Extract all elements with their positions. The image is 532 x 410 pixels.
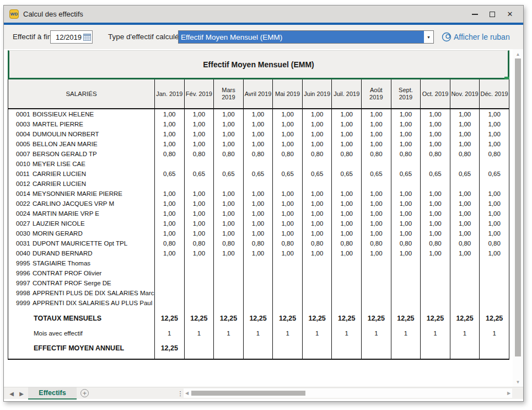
afficher-ruban-link[interactable]: Afficher le ruban — [441, 30, 510, 44]
value-cell: 1,00 — [273, 219, 303, 228]
table-row[interactable]: 9999APPRENTI DIX SALARIES AU PLUS Paul — [8, 298, 509, 308]
value-cell: 0,80 — [273, 149, 303, 159]
value-cell — [303, 268, 332, 278]
value-cell: 1,00 — [273, 129, 303, 139]
table-row[interactable]: 9998APPRENTI PLUS DE DIX SALARIES Marc — [8, 288, 509, 298]
value-cell: 1,00 — [244, 248, 273, 258]
value-cell — [391, 278, 421, 288]
employee-code: 9999 — [16, 300, 33, 306]
salaries-cell: EFFECTIF MOYEN ANNUEL — [8, 340, 155, 355]
salaries-cell: 0014MEYSONNIER MARIE PIERRE — [8, 189, 155, 199]
value-cell: 1,00 — [362, 228, 391, 238]
tab-scroll-left-icon[interactable]: ◀ — [7, 387, 16, 400]
value-cell: 1,00 — [391, 228, 421, 238]
table-row[interactable]: 9996CONTRAT PROF Olivier — [8, 268, 509, 278]
value-cell: 1,00 — [332, 139, 362, 149]
table-row[interactable]: 0004DUMOULIN NORBERT1,001,001,001,001,00… — [8, 129, 509, 139]
value-cell: 12,25 — [421, 311, 450, 326]
maximize-button[interactable] — [483, 6, 501, 23]
salaries-cell: 0010MEYER LISE CAE — [8, 159, 155, 169]
table-row[interactable]: 0011CARRIER LUCIEN0,650,650,650,650,650,… — [8, 169, 509, 179]
table-row[interactable]: 0014MEYSONNIER MARIE PIERRE1,001,001,001… — [8, 189, 509, 199]
value-cell: 0,80 — [303, 238, 332, 248]
value-cell: 1,00 — [185, 248, 214, 258]
employee-name: CONTRAT PROF Serge DE — [33, 280, 111, 286]
table-row[interactable]: 0010MEYER LISE CAE — [8, 159, 509, 169]
table-row[interactable]: 0003MARTEL PIERRE1,001,001,001,001,001,0… — [8, 119, 509, 129]
value-cell: 12,25 — [155, 311, 185, 326]
value-cell: 1,00 — [332, 119, 362, 129]
table-row[interactable]: 0001BOISSIEUX HELENE1,001,001,001,001,00… — [8, 109, 509, 119]
tab-effectifs[interactable]: Effectifs — [28, 387, 77, 400]
value-cell: 1,00 — [450, 199, 480, 209]
value-cell — [421, 258, 450, 268]
value-cell: 0,65 — [155, 169, 185, 179]
close-button[interactable]: ✕ — [501, 6, 519, 23]
value-cell: 1,00 — [362, 189, 391, 199]
employee-code: 0030 — [16, 230, 33, 237]
value-cell — [332, 159, 362, 169]
value-cell — [421, 298, 450, 308]
type-effectif-label: Type d'effectif calculé — [108, 33, 179, 41]
value-cell: 1,00 — [332, 219, 362, 228]
horizontal-scrollbar-thumb[interactable] — [191, 391, 305, 396]
calendar-icon[interactable] — [83, 33, 91, 41]
value-cell: 1,00 — [185, 209, 214, 219]
value-cell: 1,00 — [155, 228, 185, 238]
value-cell — [362, 288, 391, 298]
value-cell — [244, 179, 273, 189]
table-row[interactable]: 0012CARRIER LUCIEN — [8, 179, 509, 189]
table-row[interactable]: 0007BERSON GERALD TP0,800,800,800,800,80… — [8, 149, 509, 159]
scroll-left-icon[interactable]: ◀ — [184, 388, 190, 398]
value-cell — [155, 288, 185, 298]
effectif-date-input[interactable]: 12/2019 — [50, 30, 93, 44]
value-cell — [303, 179, 332, 189]
month-column-header: Mai 2019 — [273, 79, 303, 108]
value-cell: 0,65 — [391, 169, 421, 179]
employee-name: DUMOULIN NORBERT — [33, 131, 99, 137]
value-cell: 1 — [244, 326, 273, 340]
employee-name: BELLON JEAN MARIE — [33, 141, 98, 147]
table-row[interactable]: 0040DURAND BERNARD1,001,001,001,001,001,… — [8, 248, 509, 258]
employee-code: 0001 — [16, 111, 33, 118]
vertical-scrollbar-thumb[interactable] — [515, 58, 521, 356]
type-effectif-combobox[interactable]: Effectif Moyen Mensuel (EMM) ▼ — [178, 30, 434, 44]
value-cell: 1,00 — [421, 248, 450, 258]
scroll-up-icon[interactable]: ▲ — [513, 50, 523, 58]
table-row[interactable]: 0024MARTIN MARIE VRP E1,001,001,001,001,… — [8, 209, 509, 219]
table-row[interactable]: 9997CONTRAT PROF Serge DE — [8, 278, 509, 288]
table-row[interactable]: 0030MORIN GERARD1,001,001,001,001,001,00… — [8, 228, 509, 238]
vertical-scrollbar[interactable]: ▲ ▼ — [513, 49, 523, 387]
value-cell: 1,00 — [273, 109, 303, 119]
value-cell — [480, 159, 509, 169]
tab-bar: ◀ ▶ Effectifs + ⋮ ◀ ▶ — [4, 387, 523, 399]
employee-name: LAUZIER NICOLE — [33, 220, 85, 227]
scroll-right-icon[interactable]: ▶ — [506, 388, 512, 398]
value-cell — [155, 268, 185, 278]
add-sheet-button[interactable]: + — [80, 389, 89, 397]
value-cell: 0,80 — [244, 149, 273, 159]
employee-name: MORIN GERARD — [33, 230, 83, 237]
value-cell: 0,80 — [332, 238, 362, 248]
minimize-button[interactable] — [466, 6, 483, 23]
value-cell — [450, 288, 480, 298]
scroll-down-icon[interactable]: ▼ — [513, 378, 523, 386]
table-row[interactable]: 0005BELLON JEAN MARIE1,001,001,001,001,0… — [8, 139, 509, 149]
value-cell: 1,00 — [421, 189, 450, 199]
table-row[interactable]: 0031DUPONT MAURICETTE Opt TPL0,800,800,8… — [8, 238, 509, 248]
combobox-dropdown-button[interactable]: ▼ — [424, 31, 433, 43]
value-cell: 0,80 — [214, 238, 244, 248]
tab-scroll-right-icon[interactable]: ▶ — [17, 387, 26, 400]
salaries-cell: 0007BERSON GERALD TP — [8, 149, 155, 159]
table-row[interactable]: 9995STAGIAIRE Thomas — [8, 258, 509, 268]
value-cell: 12,25 — [362, 311, 391, 326]
horizontal-scrollbar[interactable]: ◀ ▶ — [184, 388, 512, 398]
splitter-grip-icon[interactable]: ⋮ — [177, 387, 184, 400]
totals-row: TOTAUX MENSUELS12,2512,2512,2512,2512,25… — [8, 311, 509, 326]
table-row[interactable]: 0027LAUZIER NICOLE1,001,001,001,001,001,… — [8, 219, 509, 228]
value-cell — [185, 268, 214, 278]
salaries-cell: 9995STAGIAIRE Thomas — [8, 258, 155, 268]
value-cell — [391, 179, 421, 189]
table-row[interactable]: 0022CARLINO JACQUES VRP M1,001,001,001,0… — [8, 199, 509, 209]
employee-code: 0027 — [16, 220, 33, 227]
